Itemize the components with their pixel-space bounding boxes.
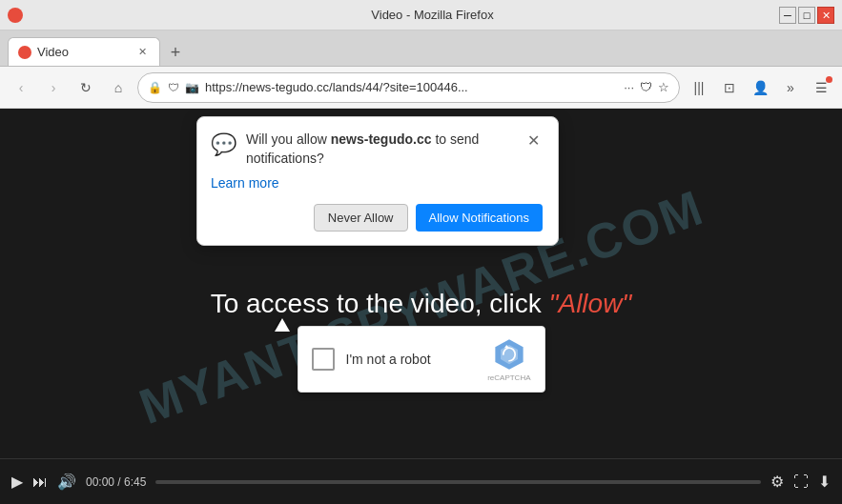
new-tab-button[interactable]: + <box>162 39 189 66</box>
home-button[interactable]: ⌂ <box>105 74 132 101</box>
more-button[interactable]: ··· <box>624 80 634 94</box>
never-allow-button[interactable]: Never Allow <box>314 204 408 232</box>
window-title: Video - Mozilla Firefox <box>31 8 834 22</box>
title-bar: Video - Mozilla Firefox ─ □ ✕ <box>0 0 842 30</box>
popup-message: Will you allow news-tegudo.cc to send no… <box>246 131 514 168</box>
security-icon: 🔒 <box>148 81 162 94</box>
url-display: https://news-tegudo.cc/lands/44/?site=10… <box>205 80 618 94</box>
tab-favicon <box>18 46 31 59</box>
popup-buttons: Never Allow Allow Notifications <box>211 204 543 232</box>
address-bar[interactable]: 🔒 🛡 📷 https://news-tegudo.cc/lands/44/?s… <box>137 72 680 103</box>
allow-highlight: "Allow" <box>549 288 632 317</box>
page-content: MYANTISPYWARE.COM To access to the video… <box>0 109 842 504</box>
close-window-button[interactable]: ✕ <box>817 7 834 24</box>
learn-more-link[interactable]: Learn more <box>211 175 543 191</box>
settings-button[interactable]: ⚙ <box>770 473 784 491</box>
refresh-button[interactable]: ↻ <box>72 74 99 101</box>
recaptcha-svg <box>492 337 526 372</box>
recaptcha-logo: reCAPTCHA <box>487 337 530 382</box>
extensions-button[interactable]: » <box>777 74 804 101</box>
progress-bar[interactable] <box>155 480 761 484</box>
nav-extras: ||| ⊡ 👤 » ☰ <box>686 74 834 101</box>
recaptcha-subtext: reCAPTCHA <box>487 373 530 382</box>
next-button[interactable]: ⏭ <box>32 474 48 491</box>
volume-button[interactable]: 🔊 <box>57 473 76 491</box>
forward-button[interactable]: › <box>40 74 67 101</box>
video-message: To access to the video, click "Allow" <box>211 288 632 318</box>
menu-button[interactable]: ☰ <box>808 74 834 101</box>
popup-message-prefix: Will you allow <box>246 131 331 147</box>
popup-chat-icon: 💬 <box>211 132 236 157</box>
shield-icon: 🛡 <box>168 81 179 94</box>
play-button[interactable]: ▶ <box>11 473 23 491</box>
tab-close-button[interactable]: ✕ <box>134 45 150 60</box>
profile-button[interactable]: 👤 <box>747 74 773 101</box>
tab-bar: Video ✕ + <box>0 30 842 67</box>
recaptcha-box[interactable]: I'm not a robot reCAPTCHA <box>298 326 545 393</box>
tab-label: Video <box>37 45 69 59</box>
tab-video[interactable]: Video ✕ <box>8 37 160 66</box>
camera-icon: 📷 <box>185 81 199 94</box>
popup-header: 💬 Will you allow news-tegudo.cc to send … <box>211 131 543 168</box>
fullscreen-button[interactable]: ⛶ <box>793 474 809 491</box>
mouse-cursor <box>275 318 290 332</box>
popup-site-name: news-tegudo.cc <box>331 131 432 147</box>
allow-notifications-button[interactable]: Allow Notifications <box>416 204 544 232</box>
library-button[interactable]: ||| <box>686 74 712 101</box>
back-button[interactable]: ‹ <box>8 74 34 101</box>
nav-bar: ‹ › ↻ ⌂ 🔒 🛡 📷 https://news-tegudo.cc/lan… <box>0 67 842 109</box>
pocket-button[interactable]: ⊡ <box>716 74 743 101</box>
recaptcha-checkbox[interactable] <box>312 348 335 371</box>
browser-window: Video - Mozilla Firefox ─ □ ✕ Video ✕ + … <box>0 0 842 504</box>
maximize-button[interactable]: □ <box>798 7 815 24</box>
download-button[interactable]: ⬇ <box>818 473 831 491</box>
time-display: 00:00 / 6:45 <box>86 475 146 489</box>
recaptcha-label: I'm not a robot <box>346 352 477 367</box>
video-controls: ▶ ⏭ 🔊 00:00 / 6:45 ⚙ ⛶ ⬇ <box>0 458 842 504</box>
notification-popup: 💬 Will you allow news-tegudo.cc to send … <box>196 116 559 246</box>
shield-button[interactable]: 🛡 <box>640 80 652 94</box>
popup-close-button[interactable]: ✕ <box>524 131 543 150</box>
video-message-text: To access to the video, click <box>211 288 549 317</box>
minimize-button[interactable]: ─ <box>779 7 796 24</box>
bookmark-button[interactable]: ☆ <box>658 80 669 94</box>
firefox-icon <box>8 8 23 23</box>
